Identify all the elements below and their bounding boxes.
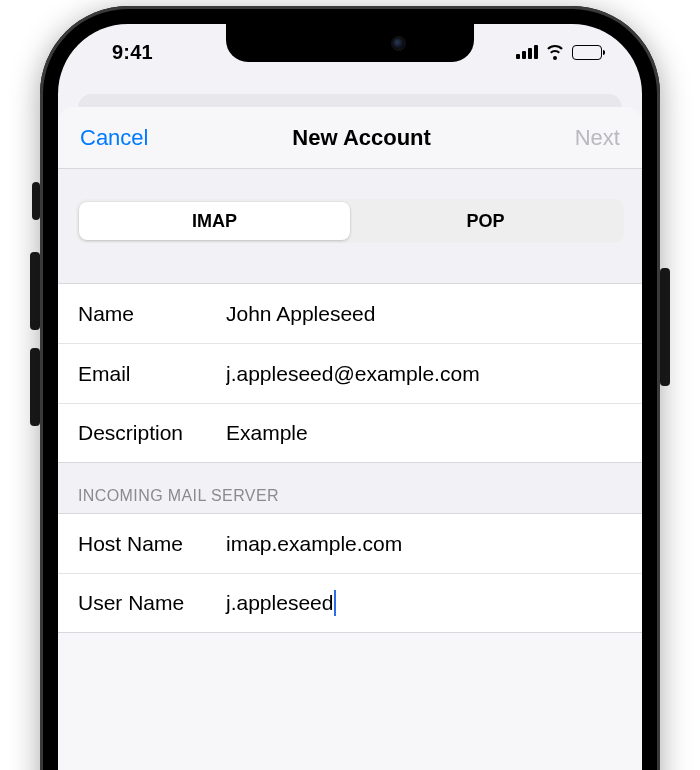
text-cursor-icon bbox=[334, 590, 336, 616]
name-row[interactable]: Name bbox=[58, 283, 642, 343]
host-name-label: Host Name bbox=[78, 532, 226, 556]
notch bbox=[226, 24, 474, 62]
wifi-icon bbox=[545, 45, 565, 59]
user-name-value: j.appleseed bbox=[226, 591, 333, 615]
user-name-row[interactable]: User Name j.appleseed bbox=[58, 573, 642, 633]
host-name-field[interactable] bbox=[226, 532, 622, 556]
user-name-label: User Name bbox=[78, 591, 226, 615]
sheet-background-card bbox=[78, 94, 622, 108]
segment-pop[interactable]: POP bbox=[350, 202, 621, 240]
screen: 9:41 Cancel New Account Next IMAP bbox=[58, 24, 642, 770]
description-label: Description bbox=[78, 421, 226, 445]
volume-down-button bbox=[30, 348, 40, 426]
phone-frame: 9:41 Cancel New Account Next IMAP bbox=[40, 6, 660, 770]
name-label: Name bbox=[78, 302, 226, 326]
cancel-button[interactable]: Cancel bbox=[80, 125, 148, 151]
email-field[interactable] bbox=[226, 362, 622, 386]
incoming-server-header: INCOMING MAIL SERVER bbox=[58, 463, 642, 513]
user-name-field[interactable]: j.appleseed bbox=[226, 590, 622, 616]
email-row[interactable]: Email bbox=[58, 343, 642, 403]
segment-imap[interactable]: IMAP bbox=[79, 202, 350, 240]
battery-icon bbox=[572, 45, 602, 60]
host-name-row[interactable]: Host Name bbox=[58, 513, 642, 573]
power-button bbox=[660, 268, 670, 386]
description-row[interactable]: Description bbox=[58, 403, 642, 463]
nav-bar: Cancel New Account Next bbox=[58, 107, 642, 169]
mute-switch bbox=[32, 182, 40, 220]
description-field[interactable] bbox=[226, 421, 622, 445]
email-label: Email bbox=[78, 362, 226, 386]
cellular-icon bbox=[516, 45, 538, 59]
name-field[interactable] bbox=[226, 302, 622, 326]
volume-up-button bbox=[30, 252, 40, 330]
account-info-group: Name Email Description bbox=[58, 283, 642, 463]
status-time: 9:41 bbox=[112, 41, 153, 64]
incoming-server-group: Host Name User Name j.appleseed bbox=[58, 513, 642, 633]
next-button[interactable]: Next bbox=[575, 125, 620, 151]
camera-icon bbox=[393, 38, 404, 49]
page-title: New Account bbox=[292, 125, 431, 151]
new-account-sheet: Cancel New Account Next IMAP POP Name bbox=[58, 107, 642, 770]
protocol-segmented-control[interactable]: IMAP POP bbox=[76, 199, 624, 243]
